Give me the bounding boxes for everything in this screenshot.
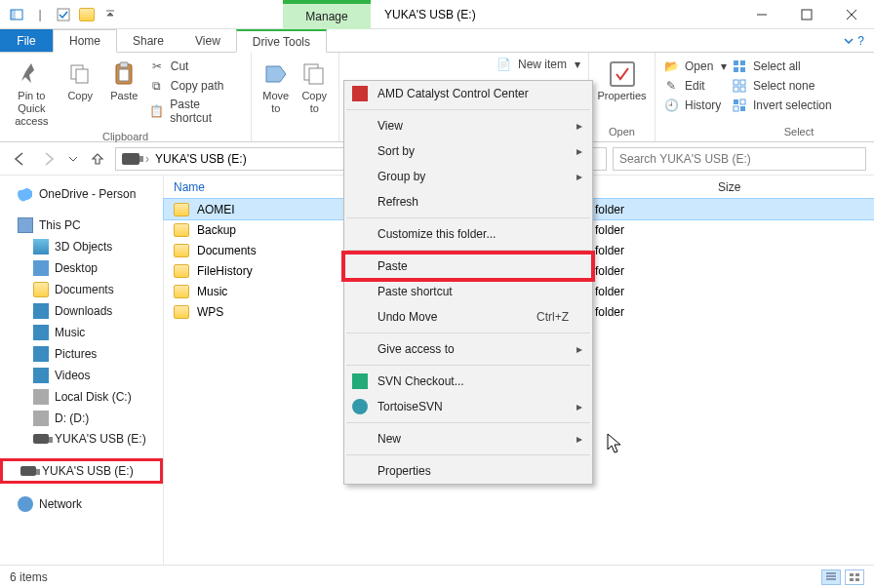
new-item-button[interactable]: 📄New item▾ <box>497 57 580 72</box>
qat-check-icon[interactable] <box>53 4 74 25</box>
address-path: YUKA'S USB (E:) <box>155 152 247 166</box>
ctx-amd[interactable]: AMD Catalyst Control Center <box>344 81 592 106</box>
tree-network[interactable]: Network <box>0 493 163 515</box>
tree-documents[interactable]: Documents <box>0 279 163 300</box>
select-none-button[interactable]: Select none <box>732 78 832 94</box>
svg-rect-17 <box>734 87 738 92</box>
svg-rect-19 <box>734 99 738 104</box>
large-icons-view-button[interactable] <box>845 569 864 585</box>
svg-rect-16 <box>740 80 745 85</box>
folder-icon <box>174 203 189 216</box>
folder-icon <box>174 305 189 319</box>
ctx-view[interactable]: View▸ <box>344 113 592 138</box>
ribbon-collapse-button[interactable]: ? <box>835 29 874 52</box>
edit-icon: ✎ <box>663 78 679 94</box>
ctx-group[interactable]: Group by▸ <box>344 164 592 189</box>
paste-button[interactable]: Paste <box>105 57 143 102</box>
ctx-properties[interactable]: Properties <box>344 458 592 484</box>
history-button[interactable]: 🕘History <box>663 98 727 113</box>
tree-downloads[interactable]: Downloads <box>0 300 163 322</box>
tree-yuka-usb-1[interactable]: YUKA'S USB (E:) <box>0 429 163 449</box>
tree-videos[interactable]: Videos <box>0 365 163 386</box>
column-name[interactable]: Name <box>164 180 349 194</box>
ctx-new[interactable]: New▸ <box>344 426 592 451</box>
ctx-paste[interactable]: Paste <box>344 254 592 279</box>
svg-rect-5 <box>76 69 88 83</box>
network-icon <box>18 496 33 512</box>
tree-pictures[interactable]: Pictures <box>0 343 163 365</box>
recent-button[interactable] <box>66 147 80 171</box>
copy-to-button[interactable]: Copy to <box>298 57 332 115</box>
edit-button[interactable]: ✎Edit <box>663 78 727 94</box>
status-item-count: 6 items <box>10 570 48 584</box>
invert-selection-button[interactable]: Invert selection <box>732 98 832 113</box>
window-title: YUKA'S USB (E:) <box>371 8 490 21</box>
tree-onedrive[interactable]: OneDrive - Person <box>0 183 163 205</box>
column-size[interactable]: Size <box>708 180 874 194</box>
pin-quick-access-button[interactable]: Pin to Quick access <box>8 57 56 129</box>
qat-folder-icon[interactable] <box>76 4 98 25</box>
up-button[interactable] <box>86 147 109 171</box>
cut-button[interactable]: ✂Cut <box>149 59 243 74</box>
copy-button[interactable]: Copy <box>61 57 99 102</box>
tortoise-icon <box>352 399 368 414</box>
properties-button[interactable]: Properties <box>597 57 647 102</box>
file-tab[interactable]: File <box>0 29 53 52</box>
ctx-paste-shortcut[interactable]: Paste shortcut <box>344 279 592 304</box>
move-to-button[interactable]: Move to <box>259 57 293 115</box>
svg-rect-24 <box>855 573 859 576</box>
back-button[interactable] <box>8 147 31 171</box>
search-input[interactable]: Search YUKA'S USB (E:) <box>613 147 866 171</box>
ctx-give-access[interactable]: Give access to▸ <box>344 336 592 362</box>
ctx-svn-checkout[interactable]: SVN Checkout... <box>344 369 592 394</box>
disk-icon <box>33 411 49 426</box>
navigation-tree[interactable]: OneDrive - Person This PC 3D Objects Des… <box>0 176 164 565</box>
tree-music[interactable]: Music <box>0 322 163 343</box>
pictures-icon <box>33 346 49 362</box>
open-button[interactable]: 📂Open▾ <box>663 59 727 74</box>
folder-icon <box>174 223 189 237</box>
file-type: folder <box>595 281 624 301</box>
tree-desktop[interactable]: Desktop <box>0 257 163 279</box>
select-all-icon <box>732 59 747 74</box>
minimize-button[interactable] <box>739 0 784 29</box>
svg-rect-10 <box>309 68 323 84</box>
amd-icon <box>352 86 368 101</box>
documents-icon <box>33 282 49 297</box>
invert-selection-icon <box>732 98 747 113</box>
history-icon: 🕘 <box>663 98 679 113</box>
ctx-sort[interactable]: Sort by▸ <box>344 138 592 164</box>
usb-drive-icon <box>33 434 49 444</box>
home-tab[interactable]: Home <box>53 29 117 53</box>
svg-rect-13 <box>734 67 738 72</box>
ctx-customize[interactable]: Customize this folder... <box>344 221 592 247</box>
share-tab[interactable]: Share <box>117 29 179 52</box>
svn-icon <box>352 373 368 389</box>
ctx-tortoise-svn[interactable]: TortoiseSVN▸ <box>344 394 592 419</box>
svg-rect-26 <box>855 578 859 581</box>
ctx-undo-move[interactable]: Undo MoveCtrl+Z <box>344 304 592 330</box>
tree-disk-d[interactable]: D: (D:) <box>0 408 163 429</box>
tree-3d-objects[interactable]: 3D Objects <box>0 236 163 257</box>
select-all-button[interactable]: Select all <box>732 59 832 74</box>
maximize-button[interactable] <box>784 0 829 29</box>
qat-more-icon[interactable] <box>99 4 121 25</box>
details-view-button[interactable] <box>821 569 841 585</box>
qat-nav-icon[interactable] <box>6 4 27 25</box>
paste-shortcut-button[interactable]: 📋Paste shortcut <box>149 98 243 125</box>
manage-tab[interactable]: Manage <box>283 0 371 29</box>
drive-tools-tab[interactable]: Drive Tools <box>236 29 327 53</box>
view-tab[interactable]: View <box>179 29 236 52</box>
forward-button[interactable] <box>37 147 60 171</box>
paste-shortcut-icon: 📋 <box>149 103 165 119</box>
ctx-refresh[interactable]: Refresh <box>344 189 592 215</box>
tree-local-disk-c[interactable]: Local Disk (C:) <box>0 386 163 408</box>
svg-rect-2 <box>58 9 69 20</box>
tree-yuka-usb-2[interactable]: YUKA'S USB (E:) <box>0 458 163 484</box>
svg-rect-20 <box>740 99 745 104</box>
file-type: folder <box>595 301 624 322</box>
tree-thispc[interactable]: This PC <box>0 215 163 236</box>
copy-path-button[interactable]: ⧉Copy path <box>149 78 243 94</box>
select-group-label: Select <box>732 124 866 139</box>
close-button[interactable] <box>829 0 874 29</box>
